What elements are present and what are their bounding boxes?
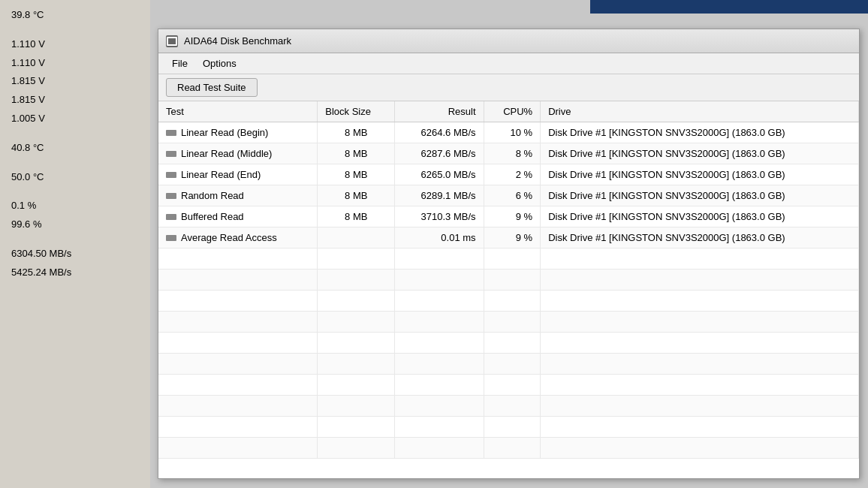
empty-row bbox=[158, 396, 859, 417]
cell-test-name: Buffered Read bbox=[158, 206, 318, 227]
empty-row bbox=[158, 417, 859, 438]
empty-row bbox=[158, 375, 859, 396]
sidebar-voltage3: 1.815 V bbox=[11, 74, 139, 89]
cell-drive: Disk Drive #1 [KINGSTON SNV3S2000G] (186… bbox=[541, 164, 859, 185]
read-test-suite-button[interactable]: Read Test Suite bbox=[166, 78, 258, 97]
cell-drive: Disk Drive #1 [KINGSTON SNV3S2000G] (186… bbox=[541, 206, 859, 227]
col-header-blocksize: Block Size bbox=[318, 101, 395, 122]
cell-drive: Disk Drive #1 [KINGSTON SNV3S2000G] (186… bbox=[541, 122, 859, 143]
cell-cpu: 9 % bbox=[484, 206, 541, 227]
cell-test-name: Linear Read (Middle) bbox=[158, 143, 318, 164]
menu-options[interactable]: Options bbox=[195, 56, 244, 71]
cell-test-name: Linear Read (Begin) bbox=[158, 122, 318, 143]
empty-row bbox=[158, 312, 859, 333]
menu-file[interactable]: File bbox=[164, 56, 195, 71]
col-header-test: Test bbox=[158, 101, 318, 122]
test-icon bbox=[166, 172, 176, 178]
cell-result: 6265.0 MB/s bbox=[395, 164, 484, 185]
table-row: Linear Read (Middle)8 MB6287.6 MB/s8 %Di… bbox=[158, 143, 859, 164]
cell-result: 0.01 ms bbox=[395, 227, 484, 249]
sidebar-temp1: 39.8 °C bbox=[11, 8, 139, 23]
cell-block-size bbox=[318, 227, 395, 249]
empty-row bbox=[158, 333, 859, 354]
sidebar-speed2: 5425.24 MB/s bbox=[11, 265, 139, 281]
cell-test-name: Random Read bbox=[158, 185, 318, 206]
cell-cpu: 8 % bbox=[484, 143, 541, 164]
empty-row bbox=[158, 291, 859, 312]
toolbar: Read Test Suite bbox=[158, 74, 859, 101]
title-bar: AIDA64 Disk Benchmark bbox=[158, 29, 859, 53]
sidebar-percent2: 99.6 % bbox=[11, 217, 139, 233]
cell-cpu: 10 % bbox=[484, 122, 541, 143]
cell-block-size: 8 MB bbox=[318, 164, 395, 185]
cell-drive: Disk Drive #1 [KINGSTON SNV3S2000G] (186… bbox=[541, 185, 859, 206]
table-row: Linear Read (Begin)8 MB6264.6 MB/s10 %Di… bbox=[158, 122, 859, 143]
cell-drive: Disk Drive #1 [KINGSTON SNV3S2000G] (186… bbox=[541, 143, 859, 164]
col-header-result: Result bbox=[395, 101, 484, 122]
cell-block-size: 8 MB bbox=[318, 206, 395, 227]
test-icon bbox=[166, 214, 176, 220]
col-header-drive: Drive bbox=[541, 101, 859, 122]
empty-row bbox=[158, 270, 859, 291]
sidebar-speed1: 6304.50 MB/s bbox=[11, 246, 139, 262]
sidebar-panel: 39.8 °C 1.110 V 1.110 V 1.815 V 1.815 V … bbox=[0, 0, 150, 488]
cell-cpu: 6 % bbox=[484, 185, 541, 206]
table-row: Average Read Access0.01 ms9 %Disk Drive … bbox=[158, 227, 859, 249]
cell-result: 3710.3 MB/s bbox=[395, 206, 484, 227]
cell-cpu: 9 % bbox=[484, 227, 541, 249]
app-icon bbox=[166, 35, 178, 47]
empty-row bbox=[158, 438, 859, 459]
main-window: AIDA64 Disk Benchmark File Options Read … bbox=[158, 29, 860, 479]
sidebar-voltage4: 1.815 V bbox=[11, 92, 139, 108]
sidebar-voltage1: 1.110 V bbox=[11, 37, 139, 53]
cell-result: 6287.6 MB/s bbox=[395, 143, 484, 164]
sidebar-voltage5: 1.005 V bbox=[11, 111, 139, 127]
menu-bar: File Options bbox=[158, 53, 859, 74]
cell-block-size: 8 MB bbox=[318, 185, 395, 206]
cell-test-name: Linear Read (End) bbox=[158, 164, 318, 185]
test-icon bbox=[166, 193, 176, 199]
empty-row bbox=[158, 249, 859, 270]
test-icon bbox=[166, 130, 176, 136]
sidebar-percent1: 0.1 % bbox=[11, 198, 139, 214]
cell-test-name: Average Read Access bbox=[158, 227, 318, 249]
cell-result: 6264.6 MB/s bbox=[395, 122, 484, 143]
sidebar-voltage2: 1.110 V bbox=[11, 56, 139, 71]
top-accent-bar bbox=[590, 0, 868, 14]
cell-drive: Disk Drive #1 [KINGSTON SNV3S2000G] (186… bbox=[541, 227, 859, 249]
benchmark-table: Test Block Size Result CPU% Drive Linear… bbox=[158, 101, 859, 459]
cell-block-size: 8 MB bbox=[318, 143, 395, 164]
table-row: Buffered Read8 MB3710.3 MB/s9 %Disk Driv… bbox=[158, 206, 859, 227]
test-icon bbox=[166, 235, 176, 241]
sidebar-temp2: 40.8 °C bbox=[11, 140, 139, 156]
cell-result: 6289.1 MB/s bbox=[395, 185, 484, 206]
cell-block-size: 8 MB bbox=[318, 122, 395, 143]
sidebar-temp3: 50.0 °C bbox=[11, 170, 139, 185]
col-header-cpu: CPU% bbox=[484, 101, 541, 122]
empty-row bbox=[158, 354, 859, 375]
window-title: AIDA64 Disk Benchmark bbox=[184, 35, 291, 47]
content-area: Test Block Size Result CPU% Drive Linear… bbox=[158, 101, 859, 478]
test-icon bbox=[166, 151, 176, 157]
table-row: Linear Read (End)8 MB6265.0 MB/s2 %Disk … bbox=[158, 164, 859, 185]
table-row: Random Read8 MB6289.1 MB/s6 %Disk Drive … bbox=[158, 185, 859, 206]
cell-cpu: 2 % bbox=[484, 164, 541, 185]
